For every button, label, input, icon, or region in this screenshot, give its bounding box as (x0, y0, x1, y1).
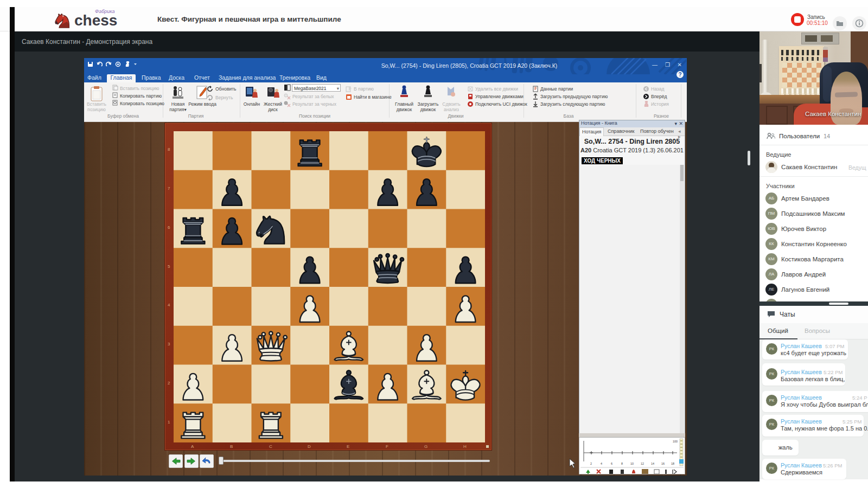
svg-text:12: 12 (641, 462, 644, 465)
svg-text:2: 2 (590, 462, 592, 465)
svg-text:16: 16 (661, 462, 665, 465)
svg-text:100: 100 (673, 440, 678, 443)
svg-text:6: 6 (611, 462, 612, 465)
svg-text:14: 14 (651, 462, 654, 465)
svg-text:8: 8 (621, 462, 623, 465)
svg-text:18: 18 (671, 462, 674, 465)
svg-text:4: 4 (601, 462, 602, 465)
svg-text:10: 10 (630, 462, 634, 465)
